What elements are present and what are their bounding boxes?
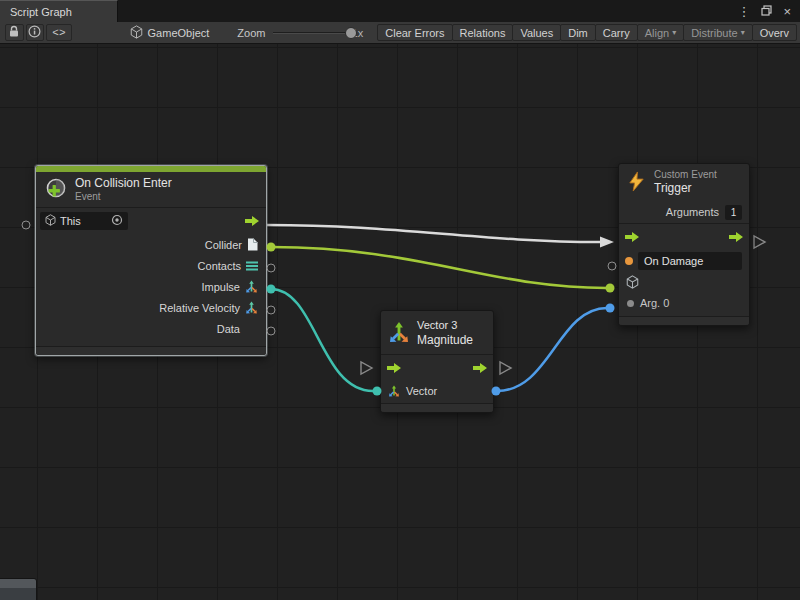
info-button[interactable] (26, 24, 45, 41)
node-type-label: Vector 3 (417, 318, 473, 333)
port-row-relative-velocity[interactable]: Relative Velocity (36, 297, 266, 318)
port-collider-output[interactable] (267, 243, 276, 252)
align-dropdown[interactable]: Align ▾ (637, 24, 684, 41)
clear-errors-button[interactable]: Clear Errors (377, 24, 452, 41)
graph-toolbar: <> GameObject Zoom 1x Clear Errors Relat… (0, 22, 800, 44)
flow-out-arrow-icon[interactable] (244, 215, 260, 227)
node-footer (36, 346, 266, 355)
flow-in-arrow-icon[interactable] (624, 231, 640, 243)
document-icon (247, 238, 258, 251)
arguments-label: Arguments (666, 206, 719, 218)
node-footer (381, 403, 493, 412)
port-row-target[interactable] (619, 273, 749, 293)
cube-icon (45, 214, 56, 228)
zoom-label: Zoom (237, 27, 265, 39)
distribute-label: Distribute (691, 26, 737, 40)
chevron-down-icon: ▾ (672, 26, 676, 40)
gameobject-selector[interactable]: GameObject (130, 25, 210, 41)
wire-flow-white[interactable] (267, 225, 600, 242)
zoom-slider[interactable] (273, 26, 346, 40)
flow-out-triangle-trigger[interactable] (754, 236, 765, 248)
carry-button[interactable]: Carry (595, 24, 638, 41)
node-custom-event-trigger[interactable]: Custom Event Trigger Arguments 1 On Dama… (618, 163, 750, 326)
wire-impulse-teal[interactable] (271, 289, 373, 391)
lock-button[interactable] (5, 24, 24, 41)
vector3-icon (388, 321, 410, 345)
port-impulse-output[interactable] (267, 285, 276, 294)
code-icon: <> (52, 27, 65, 39)
vector3-icon (245, 301, 258, 314)
zoom-slider-track (273, 32, 346, 34)
port-row-vector[interactable]: Vector (381, 380, 493, 401)
info-icon (28, 25, 41, 40)
distribute-dropdown[interactable]: Distribute ▾ (683, 24, 752, 41)
node-title: On Collision Enter (75, 176, 172, 191)
port-event-name-input[interactable] (608, 262, 617, 271)
node-type-label: Custom Event (654, 169, 717, 181)
partial-node[interactable] (0, 578, 37, 600)
event-name-field[interactable]: On Damage (638, 252, 742, 270)
cube-icon (130, 25, 143, 41)
port-label: Arg. 0 (640, 297, 669, 309)
port-label: Data (217, 323, 240, 335)
port-row-contacts[interactable]: Contacts (36, 255, 266, 276)
node-title: Magnitude (417, 333, 473, 348)
flow-out-triangle-vector[interactable] (500, 362, 511, 374)
node-title: Trigger (654, 181, 717, 196)
port-trigger-target-input[interactable] (606, 284, 615, 293)
vector3-icon (245, 280, 258, 293)
chevron-down-icon: ▾ (741, 26, 745, 40)
port-row-data[interactable]: Data (36, 318, 266, 339)
node-footer (619, 316, 749, 325)
port-label: Contacts (198, 260, 241, 272)
flow-in-arrow-icon[interactable] (386, 362, 402, 374)
window-restore-icon[interactable] (761, 5, 772, 18)
dim-button[interactable]: Dim (560, 24, 596, 41)
port-label: Relative Velocity (159, 302, 240, 314)
wire-flow-arrowhead (600, 237, 614, 248)
overview-button[interactable]: Overv (752, 24, 797, 41)
cube-icon (626, 275, 639, 291)
flow-out-arrow-icon[interactable] (472, 362, 488, 374)
window-menu-icon[interactable]: ⋮ (737, 5, 750, 18)
list-icon (246, 261, 258, 271)
arguments-field[interactable]: 1 (725, 205, 742, 220)
window-titlebar: Script Graph ⋮ × (0, 0, 800, 22)
port-label: Vector (406, 385, 437, 397)
target-value: This (60, 215, 81, 227)
port-row-arg0[interactable]: Arg. 0 (619, 293, 749, 313)
port-vector-input[interactable] (373, 387, 382, 396)
wire-collider-green[interactable] (271, 247, 606, 288)
relations-button[interactable]: Relations (452, 24, 514, 41)
zoom-slider-handle[interactable] (345, 27, 357, 39)
collision-event-icon (44, 177, 68, 203)
node-vector3-magnitude[interactable]: Vector 3 Magnitude Vector (380, 310, 494, 413)
port-label: Impulse (201, 281, 240, 293)
graph-canvas[interactable]: On Collision Enter Event This Collider (0, 44, 800, 600)
port-data-output[interactable] (267, 327, 276, 336)
port-row-impulse[interactable]: Impulse (36, 276, 266, 297)
code-view-button[interactable]: <> (46, 24, 71, 41)
port-contacts-output[interactable] (267, 264, 276, 273)
flow-out-arrow-icon[interactable] (728, 231, 744, 243)
lightning-icon (626, 171, 647, 194)
port-relative-velocity-output[interactable] (267, 306, 276, 315)
target-picker-icon[interactable] (111, 214, 123, 228)
port-label: Collider (205, 239, 242, 251)
tab-script-graph[interactable]: Script Graph (0, 0, 118, 22)
string-dot-icon (625, 257, 633, 265)
port-magnitude-output[interactable] (492, 387, 501, 396)
flow-in-triangle-vector[interactable] (361, 362, 372, 374)
window-close-icon[interactable]: × (783, 5, 791, 18)
port-collision-input[interactable] (22, 221, 31, 230)
wire-magnitude-blue[interactable] (497, 308, 607, 391)
port-arg0-input[interactable] (606, 304, 615, 313)
vector3-icon (388, 385, 400, 397)
tab-label: Script Graph (10, 6, 72, 18)
node-on-collision-enter[interactable]: On Collision Enter Event This Collider (35, 165, 267, 356)
target-dropdown[interactable]: This (40, 212, 128, 230)
values-button[interactable]: Values (512, 24, 561, 41)
node-subtitle: Event (75, 191, 172, 203)
value-dot-icon (627, 300, 634, 307)
port-row-collider[interactable]: Collider (36, 234, 266, 255)
